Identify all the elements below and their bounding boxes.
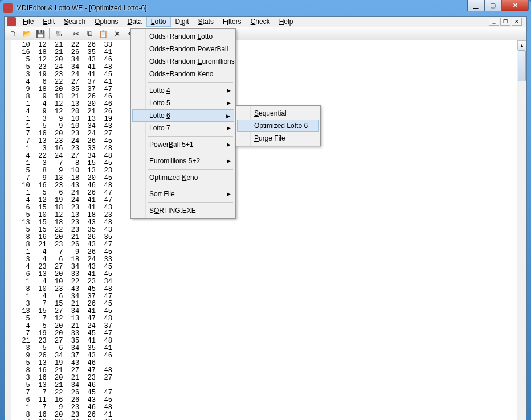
menuitem-odds-random-powerball[interactable]: Odds+Random PowerBall [132,43,234,55]
mdi-minimize[interactable]: ‗ [489,18,499,26]
cut-button[interactable]: ✂ [70,27,82,40]
menuitem-odds-random-lotto[interactable]: Odds+Random Lotto [132,30,234,43]
menuitem-lotto-6[interactable]: Lotto 6▶ [132,109,234,122]
submenu-arrow-icon: ▶ [227,88,231,93]
menu-help[interactable]: Help [275,17,298,27]
menuitem-powerball-5-1[interactable]: PowerBall 5+1▶ [132,138,234,151]
menuitem-lotto-7[interactable]: Lotto 7▶ [132,122,234,134]
menuitem-odds-random-euromillions[interactable]: Odds+Random Euromillions [132,55,234,68]
menu-filters[interactable]: Filters [218,17,246,27]
title-bar[interactable]: MDIEditor & Lotto WE - [Optimized Lotto-… [0,0,531,16]
submenu-arrow-icon: ▶ [226,113,230,119]
line-gutter [5,40,11,420]
menuitem-lotto-5[interactable]: Lotto 5▶ [132,97,234,109]
toolbar: 🗋 📂 💾 🖶 ✂ ⧉ 📋 ✕ ↶ 🔍 ⚙ ⚙ [5,27,526,40]
vertical-scrollbar[interactable]: ▲ ▼ [517,40,526,420]
vscroll-thumb[interactable] [518,50,526,81]
menuitem-euromillions-5-2[interactable]: Euromillions 5+2▶ [132,155,234,167]
delete-button[interactable]: ✕ [111,27,123,40]
new-button[interactable]: 🗋 [7,27,19,40]
submenuitem-purge-file[interactable]: Purge File [237,132,319,145]
menu-edit[interactable]: Edit [38,17,59,27]
menu-search[interactable]: Search [59,17,90,27]
menuitem-odds-random-keno[interactable]: Odds+Random Keno [132,68,234,80]
scroll-up-icon[interactable]: ▲ [517,40,526,50]
menu-stats[interactable]: Stats [194,17,218,27]
paste-button[interactable]: 📋 [97,27,109,40]
submenu-arrow-icon: ▶ [227,100,231,106]
print-button[interactable]: 🖶 [52,27,64,40]
text-content[interactable]: 10 12 21 22 26 33 16 18 21 26 35 41 5 12… [11,40,517,420]
mdi-restore[interactable]: ❐ [500,18,510,26]
menu-file[interactable]: File [18,17,38,27]
menu-lotto[interactable]: Lotto [146,17,171,27]
lotto-menu-dropdown: Odds+Random LottoOdds+Random PowerBallOd… [130,28,236,219]
mdi-controls: ‗ ❐ ✕ [489,18,524,26]
menu-check[interactable]: Check [246,17,275,27]
menuitem-sorting-exe[interactable]: SORTING.EXE [132,204,234,217]
menu-bar: FileEditSearchOptionsDataLottoDigitStats… [5,17,526,27]
menuitem-optimized-keno[interactable]: Optimized Keno [132,171,234,184]
submenuitem-sequential[interactable]: Sequential [237,107,319,120]
menu-digit[interactable]: Digit [171,17,194,27]
close-button[interactable] [501,0,529,11]
mdi-close[interactable]: ✕ [512,18,522,26]
save-button[interactable]: 💾 [34,27,47,40]
submenu-arrow-icon: ▶ [227,191,231,197]
submenu-arrow-icon: ▶ [227,125,231,131]
menuitem-lotto-4[interactable]: Lotto 4▶ [132,84,234,97]
menuitem-sort-file[interactable]: Sort File▶ [132,188,234,200]
window-title: MDIEditor & Lotto WE - [Optimized Lotto-… [16,4,528,12]
submenuitem-optimized-lotto-6[interactable]: Optimized Lotto 6 [237,120,319,132]
window-controls [467,0,529,11]
submenu-arrow-icon: ▶ [227,158,231,164]
lotto6-submenu: SequentialOptimized Lotto 6Purge File [235,105,321,146]
copy-button[interactable]: ⧉ [83,27,96,40]
submenu-arrow-icon: ▶ [227,142,231,147]
maximize-button[interactable] [484,0,501,11]
open-button[interactable]: 📂 [21,27,33,40]
menu-data[interactable]: Data [122,17,146,27]
menu-options[interactable]: Options [90,17,122,27]
editor-area: 10 12 21 22 26 33 16 18 21 26 35 41 5 12… [5,40,526,420]
doc-icon [7,17,16,26]
app-icon [3,3,13,13]
minimize-button[interactable] [467,0,484,11]
